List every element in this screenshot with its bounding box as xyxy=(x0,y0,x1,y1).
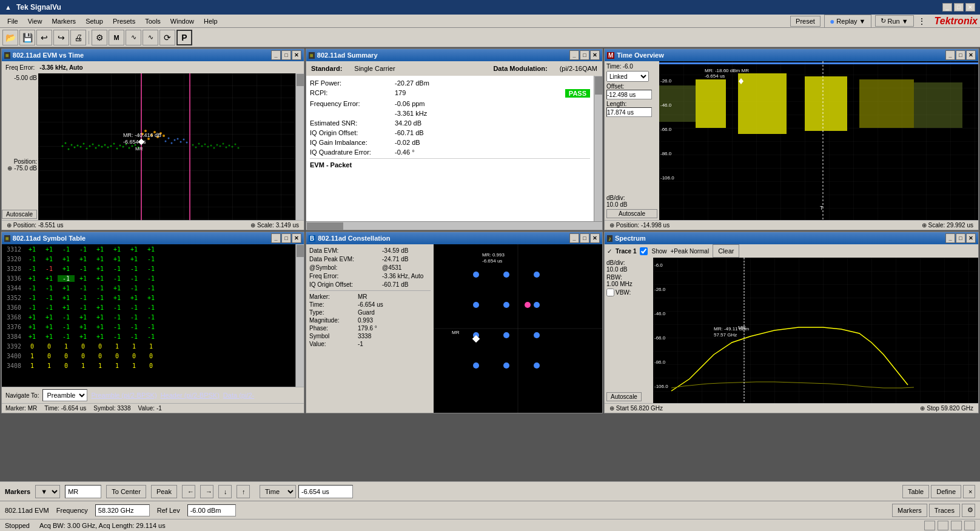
svg-text:MR: MR xyxy=(452,330,460,335)
ref-lev-input[interactable] xyxy=(187,504,236,516)
settings-btn[interactable]: ⚙ xyxy=(92,30,107,45)
time-type-select[interactable]: Time xyxy=(260,485,296,498)
spectrum-btn[interactable]: ∿ xyxy=(143,30,158,45)
time-overview-close-btn[interactable]: ✕ xyxy=(966,50,976,60)
preset-button[interactable]: Preset xyxy=(790,16,821,27)
show-checkbox[interactable] xyxy=(640,247,648,255)
taskbar-item-2[interactable] xyxy=(938,521,948,530)
freq-input[interactable] xyxy=(95,504,150,516)
nav-right-btn[interactable]: → xyxy=(200,485,213,498)
menu-help[interactable]: Help xyxy=(199,16,223,26)
navigate-select[interactable]: Preamble xyxy=(42,389,87,401)
constellation-panel-buttons: _ □ ✕ xyxy=(569,233,600,243)
constellation-panel: B 802.11ad Constellation _ □ ✕ Data EVM:… xyxy=(306,232,603,413)
spectrum-maximize-btn[interactable]: □ xyxy=(956,233,965,243)
ci-iq-offset: IQ Origin Offset: -60.71 dB xyxy=(309,281,431,288)
svg-point-40 xyxy=(174,139,176,141)
marker-name-input[interactable] xyxy=(65,485,101,498)
to-center-btn[interactable]: To Center xyxy=(106,485,146,498)
minimize-btn[interactable]: _ xyxy=(942,3,952,12)
evm-packet-label: EVM - Packet xyxy=(310,161,352,169)
vbw-checkbox[interactable] xyxy=(606,289,614,296)
summary-maximize-btn[interactable]: □ xyxy=(580,50,589,60)
svg-text:-6.654 us: -6.654 us xyxy=(482,258,502,264)
table-btn[interactable]: Table xyxy=(902,485,929,498)
menu-tools[interactable]: Tools xyxy=(140,16,166,26)
evm-scrollbar[interactable] xyxy=(295,73,304,220)
print-btn[interactable]: 🖨 xyxy=(70,30,86,45)
evm-minimize-btn[interactable]: _ xyxy=(271,50,281,60)
time-overview-maximize-btn[interactable]: □ xyxy=(956,50,965,60)
save-btn[interactable]: 💾 xyxy=(19,30,35,45)
nav-left-btn[interactable]: ← xyxy=(182,485,195,498)
constellation-maximize-btn[interactable]: □ xyxy=(580,233,589,243)
offset-input[interactable] xyxy=(606,90,652,99)
close-btn[interactable]: ✕ xyxy=(965,3,975,12)
spectrum-minimize-btn[interactable]: _ xyxy=(945,233,955,243)
replay-button[interactable]: ● Replay ▼ xyxy=(824,15,871,28)
constellation-close-btn[interactable]: ✕ xyxy=(590,233,600,243)
data-link[interactable]: Data (pi/2- xyxy=(223,392,254,399)
nav-up-btn[interactable]: ↑ xyxy=(237,485,250,498)
preset-p-btn[interactable]: P xyxy=(176,30,192,45)
evm-close-btn[interactable]: ✕ xyxy=(292,50,301,60)
symbol-minimize-btn[interactable]: _ xyxy=(271,233,281,243)
evm-autoscale-btn[interactable]: Autoscale xyxy=(2,210,37,219)
summary-minimize-btn[interactable]: _ xyxy=(569,50,579,60)
linked-select[interactable]: Linked xyxy=(606,71,649,82)
signal-btn[interactable]: ⟳ xyxy=(159,30,175,45)
summary-scrollbar-h[interactable] xyxy=(306,221,602,230)
taskbar-item-3[interactable] xyxy=(951,521,962,530)
marker-dropdown[interactable]: ▼ xyxy=(35,485,60,498)
define-btn[interactable]: Define xyxy=(931,485,961,498)
menu-window[interactable]: Window xyxy=(166,16,199,26)
measure-btn[interactable]: M xyxy=(109,30,124,45)
traces-tab-btn[interactable]: Traces xyxy=(929,504,960,517)
time-value-input[interactable] xyxy=(298,485,353,498)
summary-close-btn[interactable]: ✕ xyxy=(590,50,600,60)
menu-setup[interactable]: Setup xyxy=(81,16,108,26)
undo-btn[interactable]: ↩ xyxy=(36,30,52,45)
taskbar-item-1[interactable] xyxy=(924,521,935,530)
svg-point-57 xyxy=(229,145,230,147)
markers-tab-btn[interactable]: Markers xyxy=(892,504,927,517)
symbol-scrollbar-v[interactable] xyxy=(295,244,304,387)
constellation-minimize-btn[interactable]: _ xyxy=(569,233,579,243)
svg-text:MR: MR xyxy=(738,325,746,330)
svg-rect-68 xyxy=(738,73,787,134)
more-options-icon[interactable]: ⋮ xyxy=(918,16,926,26)
freq-error-label: Freq Error: xyxy=(5,64,35,71)
preamble-link[interactable]: Preamble (pi/2-BPSK) xyxy=(91,392,156,399)
time-autoscale-btn[interactable]: Autoscale xyxy=(606,209,657,218)
close-markers-btn[interactable]: × xyxy=(963,485,975,498)
summary-row-2b: -3.361 kHz xyxy=(310,110,590,117)
spectrum-close-btn[interactable]: ✕ xyxy=(966,233,976,243)
menu-presets[interactable]: Presets xyxy=(108,16,140,26)
redo-btn[interactable]: ↪ xyxy=(53,30,69,45)
evm-maximize-btn[interactable]: □ xyxy=(281,50,291,60)
maximize-btn[interactable]: □ xyxy=(954,3,964,12)
clear-button[interactable]: Clear xyxy=(713,244,739,258)
summary-scrollbar-v[interactable] xyxy=(594,76,602,221)
svg-point-26 xyxy=(132,145,133,147)
spectrum-panel: ♪ Spectrum _ □ ✕ ✓ Trace 1 Show +Peak No… xyxy=(604,232,979,413)
taskbar-item-4[interactable] xyxy=(964,521,975,530)
run-button[interactable]: ↻ Run ▼ xyxy=(875,15,914,27)
symbol-close-btn[interactable]: ✕ xyxy=(292,233,301,243)
svg-text:-46.0: -46.0 xyxy=(654,311,666,316)
header-link[interactable]: Header (pi/2-BPSK) xyxy=(161,392,220,399)
waveform-btn[interactable]: ∿ xyxy=(126,30,141,45)
open-btn[interactable]: 📂 xyxy=(2,30,18,45)
symbol-maximize-btn[interactable]: □ xyxy=(281,233,291,243)
length-input[interactable] xyxy=(606,107,652,117)
menu-view[interactable]: View xyxy=(23,16,47,26)
gear-settings-btn[interactable]: ⚙ xyxy=(962,504,975,517)
dbdiv-row: dB/div: 10.0 dB xyxy=(606,195,657,208)
spectrum-autoscale-btn[interactable]: Autoscale xyxy=(606,392,642,401)
svg-text:MR: -18.60 dBm MR: MR: -18.60 dBm MR xyxy=(705,68,749,73)
time-overview-minimize-btn[interactable]: _ xyxy=(945,50,955,60)
menu-markers[interactable]: Markers xyxy=(47,16,81,26)
nav-down-btn[interactable]: ↓ xyxy=(218,485,232,498)
peak-btn[interactable]: Peak xyxy=(151,485,177,498)
menu-file[interactable]: File xyxy=(2,16,23,26)
